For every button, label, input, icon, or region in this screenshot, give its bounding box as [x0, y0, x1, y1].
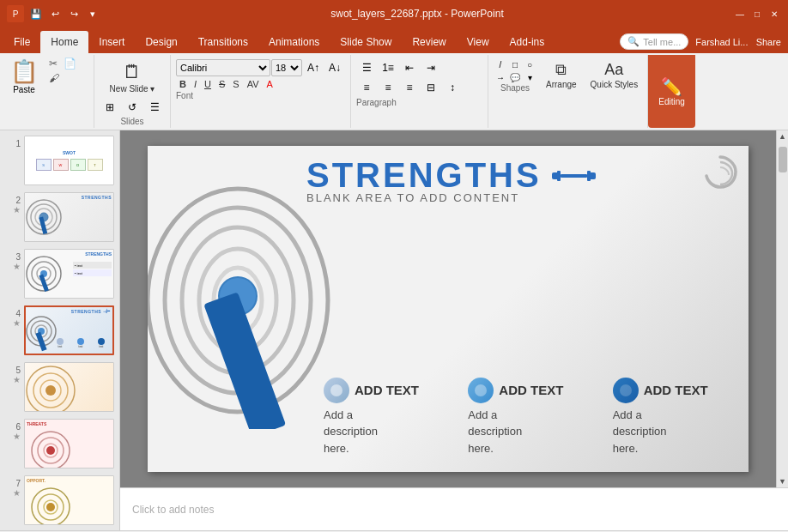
slides-label: Slides: [120, 117, 143, 126]
slide-preview-4: STRENGTHS ⊣⊢ text: [24, 305, 114, 355]
new-slide-button[interactable]: 🗒 New Slide ▾: [106, 58, 160, 96]
shape-circle[interactable]: ○: [523, 58, 536, 70]
align-left-button[interactable]: ≡: [356, 78, 377, 97]
italic-button[interactable]: I: [191, 78, 200, 90]
slide-thumb-2[interactable]: 2 ★ STRENGTHS: [3, 190, 116, 244]
paste-button[interactable]: 📋 Paste: [5, 57, 43, 96]
increase-font-button[interactable]: A↑: [303, 58, 324, 77]
undo-button[interactable]: ↩: [46, 5, 64, 22]
format-painter-button[interactable]: 🖌: [46, 71, 62, 85]
arrange-icon: ⧉: [555, 61, 567, 79]
notes-placeholder[interactable]: Click to add notes: [120, 487, 788, 530]
redo-button[interactable]: ↪: [65, 5, 82, 22]
tab-insert[interactable]: Insert: [88, 31, 135, 53]
close-button[interactable]: ✕: [767, 7, 781, 21]
decrease-font-button[interactable]: A↓: [324, 58, 345, 77]
columns-button[interactable]: ⊟: [421, 78, 441, 97]
scroll-thumb-v[interactable]: [779, 147, 787, 172]
svg-rect-31: [589, 172, 596, 179]
align-right-button[interactable]: ≡: [399, 78, 420, 97]
underline-button[interactable]: U: [201, 78, 215, 90]
dumbbell-icon: [550, 164, 597, 188]
tab-review[interactable]: Review: [402, 31, 456, 53]
decrease-indent-button[interactable]: ⇤: [399, 58, 420, 77]
tab-home[interactable]: Home: [40, 31, 88, 53]
cut-copy-row: ✂ 📄: [46, 57, 79, 70]
font-size-select[interactable]: 18: [271, 59, 302, 76]
slide-star-6: ★: [13, 432, 21, 441]
bold-button[interactable]: B: [176, 78, 190, 90]
tab-addins[interactable]: Add-ins: [500, 31, 555, 53]
slide-thumb-3[interactable]: 3 ★ STRENGTHS ▪ text ▪ text: [3, 247, 116, 300]
cut-button[interactable]: ✂: [46, 57, 60, 70]
clipboard-right: ✂ 📄 🖌: [46, 57, 79, 126]
slide-thumb-1[interactable]: 1 SWOT S W O T: [3, 134, 116, 187]
svg-rect-28: [557, 171, 561, 181]
strikethrough-button[interactable]: S: [215, 78, 228, 90]
shape-more[interactable]: ▾: [523, 71, 536, 83]
increase-indent-button[interactable]: ⇥: [421, 58, 441, 77]
window-controls: — □ ✕: [733, 7, 781, 21]
numbering-button[interactable]: 1≡: [378, 58, 398, 77]
share-button[interactable]: Farshad Li... Share: [695, 37, 781, 47]
scroll-track-v: [777, 142, 788, 475]
char-spacing-button[interactable]: AV: [244, 78, 263, 90]
shadow-button[interactable]: S: [229, 78, 242, 90]
box1-title: ADD TEXT: [355, 383, 419, 397]
save-button[interactable]: 💾: [27, 5, 45, 22]
reset-button[interactable]: ↺: [122, 98, 142, 117]
box3-header: ADD TEXT: [613, 378, 742, 403]
line-spacing-button[interactable]: ↕: [442, 78, 463, 97]
slide-title-area: STRENGTHS BLANK AREA TO ADD CONTENT: [306, 156, 697, 204]
title-bar: P 💾 ↩ ↪ ▾ swot_layers_22687.pptx - Power…: [0, 0, 788, 27]
box1-header: ADD TEXT: [324, 378, 452, 403]
paste-label: Paste: [13, 85, 35, 94]
slide-preview-7: OPPORT.: [24, 475, 114, 525]
shape-line[interactable]: /: [494, 58, 507, 70]
slide-canvas-area: STRENGTHS BLANK AREA TO ADD CONTENT: [120, 130, 776, 487]
minimize-button[interactable]: —: [733, 7, 747, 21]
shape-arrow[interactable]: →: [494, 71, 507, 83]
arrange-button[interactable]: ⧉ Arrange: [542, 58, 581, 92]
slide-thumb-6[interactable]: 6 ★ THREATS: [3, 417, 116, 470]
font-color-button[interactable]: A: [264, 78, 276, 90]
vertical-scrollbar[interactable]: ▲ ▼: [776, 130, 788, 487]
box3-desc: Add a description here.: [613, 407, 742, 457]
slide-thumb-4[interactable]: 4 ★ STRENGTHS ⊣⊢ te: [3, 304, 116, 357]
copy-button[interactable]: 📄: [61, 57, 79, 70]
bullets-button[interactable]: ☰: [356, 58, 377, 77]
circle-icon-dark: [613, 378, 639, 403]
slide-num-1: 1: [9, 139, 21, 148]
powerpoint-icon: P: [7, 5, 24, 22]
tab-animations[interactable]: Animations: [258, 31, 330, 53]
align-center-button[interactable]: ≡: [378, 78, 398, 97]
slide-canvas[interactable]: STRENGTHS BLANK AREA TO ADD CONTENT: [148, 146, 749, 472]
shape-rect[interactable]: □: [508, 58, 522, 70]
box2-desc: Add a description here.: [468, 407, 597, 457]
content-box-3: ADD TEXT Add a description here.: [613, 378, 742, 457]
tab-transitions[interactable]: Transitions: [188, 31, 258, 53]
layout-button[interactable]: ⊞: [100, 98, 120, 117]
slide-thumb-5[interactable]: 5 ★: [3, 360, 116, 414]
slide-thumb-7[interactable]: 7 ★ OPPORT.: [3, 474, 116, 527]
box2-header: ADD TEXT: [468, 378, 597, 403]
circle-icon-light: [324, 378, 349, 403]
tell-me-input[interactable]: 🔍 Tell me...: [620, 33, 688, 50]
scroll-up-arrow[interactable]: ▲: [777, 130, 789, 142]
font-family-select[interactable]: Calibri: [176, 59, 270, 76]
thumb7-spiral: [29, 483, 81, 524]
customize-qat-button[interactable]: ▾: [84, 5, 101, 22]
new-slide-icon: 🗒: [123, 61, 142, 83]
restore-button[interactable]: □: [750, 7, 764, 21]
scroll-down-arrow[interactable]: ▼: [777, 475, 789, 487]
tab-design[interactable]: Design: [135, 31, 187, 53]
shape-callout[interactable]: 💬: [508, 71, 522, 83]
tab-slideshow[interactable]: Slide Show: [330, 31, 402, 53]
slide-star-3: ★: [13, 262, 21, 271]
quick-styles-button[interactable]: Aa Quick Styles: [586, 58, 643, 92]
tab-view[interactable]: View: [457, 31, 500, 53]
section-button[interactable]: ☰: [144, 98, 165, 117]
tab-file[interactable]: File: [3, 31, 40, 53]
slide-preview-5: [24, 362, 114, 412]
font-label: Font: [176, 91, 193, 100]
